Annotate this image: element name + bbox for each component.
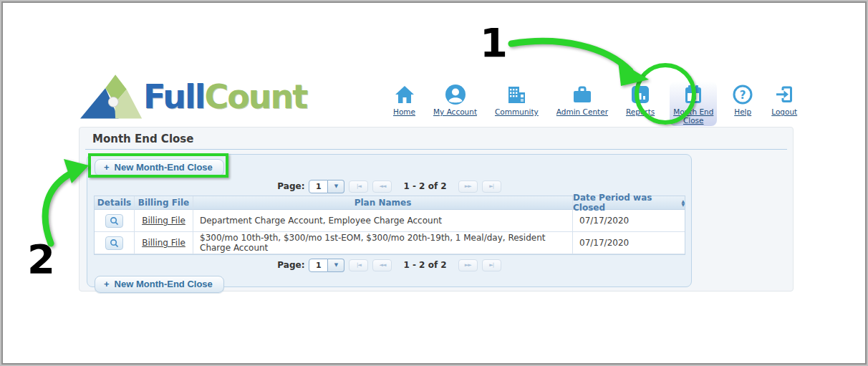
nav-item-logout[interactable]: Logout (768, 82, 800, 117)
pager-first-button[interactable]: |◄ (349, 180, 368, 193)
logo-mountain-icon (80, 72, 143, 120)
pager-range: 1 - 2 of 2 (403, 181, 446, 191)
logo-text-count: Count (204, 73, 307, 120)
header-plan-names: Plan Names (193, 196, 573, 210)
pager-first-button[interactable]: |◄ (349, 259, 368, 271)
plan-names-cell: Department Charge Account, Employee Char… (193, 210, 573, 232)
fullcount-logo: Full Count (80, 72, 307, 120)
nav-label: My Account (433, 107, 477, 116)
plan-names-cell: $300/mo 10th-9th, $300/mo 1st-EOM, $300/… (193, 232, 573, 254)
page-select-value: 1 (309, 259, 328, 272)
nav-label: Help (734, 107, 751, 116)
pager-range: 1 - 2 of 2 (403, 260, 446, 270)
new-month-end-close-button-bottom[interactable]: + New Month-End Close (95, 276, 224, 293)
help-icon: ? (732, 83, 753, 106)
plus-icon: + (104, 279, 110, 289)
nav-label: Admin Center (556, 107, 608, 116)
chevron-down-icon: ▼ (328, 180, 344, 193)
page-select-value: 1 (309, 180, 328, 193)
nav-item-help[interactable]: ? Help (729, 82, 756, 117)
magnifier-icon (110, 216, 119, 226)
pager-prev-button[interactable]: ◄◄ (372, 180, 392, 193)
annotation-arrow-1 (474, 27, 660, 91)
pager-last-button[interactable]: ►| (482, 180, 501, 193)
page-label: Page: (277, 181, 304, 191)
pager-prev-button[interactable]: ◄◄ (372, 259, 392, 271)
logout-icon (773, 83, 795, 106)
pager-next-button[interactable]: ►► (458, 259, 478, 271)
svg-text:?: ? (740, 89, 746, 102)
nav-item-home[interactable]: Home (390, 82, 418, 117)
nav-label: Home (393, 107, 415, 116)
table-header-row: Details Billing File Plan Names Date Per… (95, 196, 685, 210)
home-icon (394, 83, 415, 106)
date-closed-cell: 07/17/2020 (573, 210, 685, 232)
annotation-box-new-close-button (88, 153, 228, 178)
page-select[interactable]: 1 ▼ (309, 180, 344, 193)
header-date-closed[interactable]: Date Period was Closed ▲▼ (573, 196, 685, 210)
title-divider (85, 149, 787, 150)
pager-last-button[interactable]: ►| (482, 259, 501, 271)
header-billing-file: Billing File (135, 196, 193, 210)
nav-item-my-account[interactable]: My Account (430, 82, 480, 117)
my-account-icon (445, 83, 466, 106)
nav-label: Logout (771, 107, 797, 116)
billing-file-link[interactable]: Billing File (142, 238, 185, 248)
sort-icon: ▲▼ (681, 199, 685, 206)
pager-top: Page: 1 ▼ |◄ ◄◄ 1 - 2 of 2 ►► ►| (87, 179, 691, 193)
details-magnifier-button[interactable] (105, 236, 123, 250)
logo-text-full: Full (143, 73, 204, 120)
details-magnifier-button[interactable] (105, 214, 123, 228)
table-row: Billing File $300/mo 10th-9th, $300/mo 1… (95, 232, 685, 254)
page-select[interactable]: 1 ▼ (309, 259, 344, 272)
new-month-end-close-label: New Month-End Close (115, 279, 213, 289)
nav-label: Community (495, 107, 539, 116)
month-end-close-table: Details Billing File Plan Names Date Per… (94, 196, 685, 255)
content-wrapper: Month End Close + New Month-End Close Pa… (79, 127, 794, 292)
annotation-arrow-2 (19, 153, 105, 254)
page-title: Month End Close (79, 127, 793, 145)
pager-bottom: Page: 1 ▼ |◄ ◄◄ 1 - 2 of 2 ►► ►| (87, 258, 691, 272)
billing-file-link[interactable]: Billing File (142, 216, 185, 226)
table-row: Billing File Department Charge Account, … (95, 210, 685, 232)
page-label: Page: (277, 260, 304, 270)
pager-next-button[interactable]: ►► (458, 180, 478, 193)
chevron-down-icon: ▼ (328, 259, 344, 272)
date-closed-cell: 07/17/2020 (573, 232, 685, 254)
app-window: Full Count Home My Account (0, 0, 868, 366)
magnifier-icon (110, 239, 119, 248)
